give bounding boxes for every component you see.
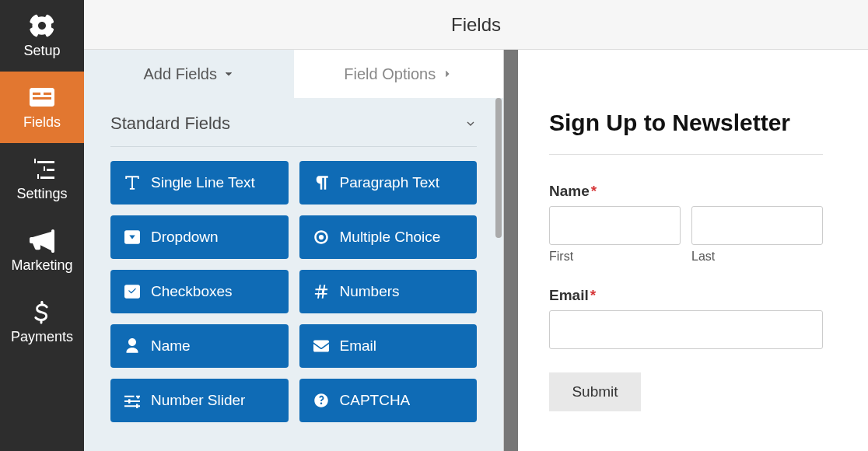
sidebar-item-payments[interactable]: Payments (0, 286, 84, 358)
form-icon (30, 85, 54, 110)
field-option-label: Checkboxes (151, 283, 233, 300)
field-option-label: Paragraph Text (340, 174, 440, 191)
field-grid: Single Line TextParagraph TextDropdownMu… (84, 158, 503, 438)
field-email-label: Email* (549, 287, 823, 304)
panel-divider (504, 50, 518, 451)
builder-panel: Fields Add Fields Field Options Standard… (84, 0, 868, 451)
group-standard-fields-header[interactable]: Standard Fields (84, 98, 503, 142)
required-mark: * (591, 183, 597, 199)
email-input[interactable] (549, 310, 823, 349)
field-option-numbers[interactable]: Numbers (299, 270, 478, 313)
field-option-label: Single Line Text (151, 174, 255, 191)
gear-icon (30, 13, 54, 38)
sidebar-item-label: Setup (23, 43, 60, 59)
builder-header: Fields (84, 0, 868, 50)
first-name-input[interactable] (549, 206, 681, 245)
last-name-input[interactable] (691, 206, 823, 245)
sidebar-item-label: Marketing (11, 257, 72, 274)
tab-field-options[interactable]: Field Options (294, 50, 504, 98)
chevron-down-icon (223, 68, 234, 79)
sidebar-item-settings[interactable]: Settings (0, 143, 84, 215)
tab-field-options-label: Field Options (344, 65, 436, 83)
email-label-text: Email (549, 287, 589, 303)
chevron-right-icon (442, 68, 453, 79)
user-icon (124, 338, 140, 354)
sliders-icon (30, 156, 54, 181)
form-title-divider (549, 154, 823, 155)
sidebar-item-fields[interactable]: Fields (0, 72, 84, 143)
field-option-label: Multiple Choice (340, 229, 441, 246)
sidebar-item-setup[interactable]: Setup (0, 0, 84, 72)
field-name-label: Name* (549, 183, 823, 200)
required-mark: * (590, 287, 596, 303)
chevron-down-icon (464, 117, 477, 130)
field-option-email[interactable]: Email (299, 324, 478, 368)
field-email[interactable]: Email* (549, 287, 823, 349)
field-option-multiple-choice[interactable]: Multiple Choice (299, 215, 478, 259)
sidebar-item-label: Payments (11, 329, 73, 345)
group-standard-fields-title: Standard Fields (110, 114, 230, 134)
field-option-name[interactable]: Name (110, 324, 289, 368)
field-option-captcha[interactable]: CAPTCHA (299, 379, 478, 422)
field-name[interactable]: Name* First Last (549, 183, 823, 264)
field-option-single-line-text[interactable]: Single Line Text (110, 161, 289, 205)
field-option-label: CAPTCHA (340, 392, 411, 409)
sidebar: SetupFieldsSettingsMarketingPayments (0, 0, 84, 451)
fields-tabs: Add Fields Field Options (84, 50, 503, 98)
field-option-number-slider[interactable]: Number Slider (110, 379, 289, 422)
field-option-label: Dropdown (151, 229, 219, 246)
sidebar-item-label: Fields (23, 114, 61, 131)
sliders-h-icon (124, 393, 140, 408)
name-label-text: Name (549, 183, 590, 199)
field-option-checkboxes[interactable]: Checkboxes (110, 270, 289, 313)
bullhorn-icon (30, 228, 54, 253)
field-option-label: Name (151, 337, 191, 355)
submit-button[interactable]: Submit (549, 372, 641, 411)
field-option-paragraph-text[interactable]: Paragraph Text (299, 161, 478, 205)
tab-add-fields[interactable]: Add Fields (84, 50, 294, 98)
field-option-label: Numbers (340, 283, 400, 300)
sidebar-item-marketing[interactable]: Marketing (0, 215, 84, 286)
fields-scrollbar[interactable] (495, 98, 502, 238)
paragraph-icon (313, 175, 329, 191)
dollar-icon (30, 299, 54, 324)
group-divider (110, 146, 477, 147)
tab-add-fields-label: Add Fields (144, 65, 218, 83)
question-icon (313, 393, 329, 408)
builder-header-title: Fields (451, 14, 501, 36)
hash-icon (313, 284, 329, 299)
fields-panel: Add Fields Field Options Standard Fields… (84, 50, 504, 451)
field-option-label: Number Slider (151, 392, 245, 409)
check-square-icon (124, 284, 140, 299)
field-option-dropdown[interactable]: Dropdown (110, 215, 289, 259)
last-name-sublabel: Last (691, 250, 823, 264)
envelope-icon (313, 338, 329, 354)
form-preview: Sign Up to Newsletter Name* First Last (518, 50, 868, 451)
radio-icon (313, 229, 329, 245)
form-title: Sign Up to Newsletter (549, 109, 823, 137)
first-name-sublabel: First (549, 250, 681, 264)
text-icon (124, 175, 140, 191)
builder-body: Add Fields Field Options Standard Fields… (84, 50, 868, 451)
field-option-label: Email (340, 337, 377, 355)
caret-square-icon (124, 229, 140, 245)
sidebar-item-label: Settings (16, 186, 67, 202)
